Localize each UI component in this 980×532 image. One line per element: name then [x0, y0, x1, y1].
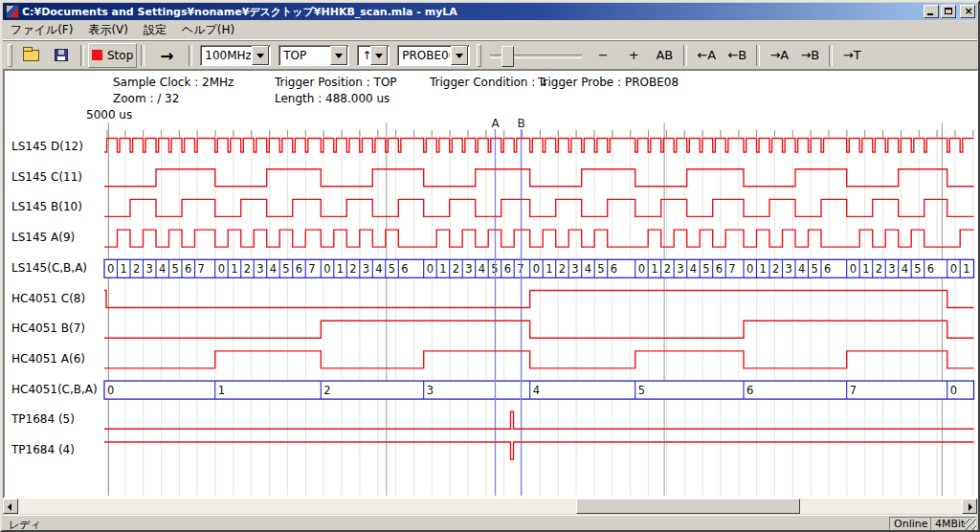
svg-text:6: 6	[185, 262, 191, 276]
svg-text:2: 2	[559, 262, 566, 276]
status-ready-text: レディ	[9, 518, 41, 532]
set-marker-b-button[interactable]: →B	[794, 43, 825, 68]
svg-text:4: 4	[798, 262, 805, 276]
status-online-badge: Online	[889, 517, 931, 532]
trigger-position-select[interactable]: TOP	[278, 45, 349, 66]
svg-text:1: 1	[862, 262, 869, 276]
svg-text:4: 4	[533, 384, 540, 397]
svg-text:2: 2	[133, 262, 140, 276]
svg-text:0: 0	[850, 262, 857, 276]
chevron-down-icon[interactable]	[252, 46, 269, 65]
svg-text:0: 0	[950, 262, 957, 276]
svg-text:7: 7	[308, 262, 315, 276]
svg-text:6: 6	[716, 262, 723, 276]
resize-grip[interactable]	[964, 519, 976, 531]
svg-text:0: 0	[638, 262, 645, 276]
triangle-left-icon	[8, 503, 11, 511]
svg-text:4: 4	[902, 262, 908, 276]
svg-text:7: 7	[850, 384, 857, 397]
menu-bar: ファイル(F) 表示(V) 設定 ヘルプ(H)	[3, 20, 977, 39]
chevron-down-icon[interactable]	[370, 46, 388, 65]
horizontal-scrollbar[interactable]	[3, 499, 977, 514]
svg-text:6: 6	[504, 262, 511, 276]
svg-text:1: 1	[337, 262, 344, 276]
svg-text:2: 2	[876, 262, 882, 276]
svg-text:1: 1	[546, 262, 552, 276]
svg-text:1: 1	[760, 262, 767, 276]
svg-text:3: 3	[571, 262, 578, 276]
svg-text:4: 4	[585, 262, 591, 276]
probe-select[interactable]: PROBE00	[397, 45, 470, 66]
svg-text:0: 0	[533, 262, 540, 276]
run-button[interactable]: →	[148, 43, 185, 68]
zoom-ab-button[interactable]: AB	[649, 43, 679, 68]
probe-select-value: PROBE00	[398, 49, 450, 62]
toolbar-separator	[829, 45, 833, 66]
scroll-left-button[interactable]	[3, 499, 18, 514]
toolbar-separator	[189, 45, 192, 66]
svg-text:4: 4	[270, 262, 277, 276]
svg-text:5: 5	[282, 262, 289, 276]
trigger-edge-select[interactable]: ↑	[357, 45, 390, 66]
svg-text:0: 0	[107, 384, 114, 397]
svg-text:1: 1	[231, 262, 237, 276]
svg-text:5: 5	[389, 262, 395, 276]
svg-text:6: 6	[927, 262, 934, 276]
svg-text:0: 0	[107, 262, 114, 276]
toolbar-grip[interactable]	[477, 44, 481, 67]
zoom-slider[interactable]	[490, 45, 582, 66]
svg-text:3: 3	[786, 262, 792, 276]
goto-trigger-button[interactable]: →T	[836, 43, 867, 68]
trigger-edge-value: ↑	[358, 49, 369, 62]
svg-text:2: 2	[323, 384, 330, 397]
toolbar-separator	[756, 45, 760, 66]
svg-text:3: 3	[256, 262, 263, 276]
maximize-button-icon[interactable]	[941, 5, 956, 18]
status-bar: レディ Online 4MBit	[3, 515, 977, 532]
window-title: C:¥Documents and Settings¥noname¥デスクトップ¥…	[22, 5, 922, 19]
minimize-button-icon[interactable]	[924, 5, 939, 18]
svg-text:5: 5	[172, 262, 179, 276]
svg-text:1: 1	[218, 384, 225, 397]
zoom-in-button[interactable]: +	[618, 43, 649, 68]
svg-text:1: 1	[439, 262, 446, 276]
chevron-down-icon[interactable]	[451, 46, 468, 65]
toolbar-separator	[683, 45, 687, 66]
svg-text:1: 1	[651, 262, 657, 276]
svg-text:4: 4	[159, 262, 166, 276]
clock-select[interactable]: 100MHz	[200, 45, 271, 66]
svg-text:3: 3	[677, 262, 683, 276]
close-button-icon[interactable]: ×	[960, 5, 975, 18]
run-arrow-icon: →	[160, 46, 173, 65]
scrollbar-thumb[interactable]	[576, 499, 800, 514]
menu-help[interactable]: ヘルプ(H)	[174, 20, 242, 40]
svg-text:6: 6	[401, 262, 408, 276]
svg-text:3: 3	[427, 384, 434, 397]
svg-text:1: 1	[121, 262, 127, 276]
svg-text:3: 3	[363, 262, 369, 276]
svg-text:0: 0	[950, 384, 957, 397]
svg-text:6: 6	[824, 262, 831, 276]
svg-text:2: 2	[664, 262, 671, 276]
goto-marker-b-button[interactable]: ←B	[722, 43, 752, 68]
scroll-right-button[interactable]	[962, 499, 977, 514]
set-marker-a-button[interactable]: →A	[764, 43, 794, 68]
svg-text:6: 6	[611, 262, 617, 276]
triangle-right-icon	[969, 503, 972, 511]
waveform-plot[interactable]: 0123456701234567012345601234567012345601…	[5, 71, 979, 499]
svg-text:2: 2	[349, 262, 356, 276]
trigger-position-value: TOP	[279, 49, 329, 62]
svg-text:5: 5	[914, 262, 921, 276]
menu-settings[interactable]: 設定	[136, 20, 174, 40]
svg-text:6: 6	[296, 262, 302, 276]
chevron-down-icon[interactable]	[330, 46, 347, 65]
svg-text:7: 7	[198, 262, 205, 276]
svg-text:0: 0	[218, 262, 225, 276]
svg-text:2: 2	[772, 262, 779, 276]
svg-text:5: 5	[702, 262, 709, 276]
goto-marker-a-button[interactable]: ←A	[691, 43, 722, 68]
zoom-out-button[interactable]: −	[588, 43, 618, 68]
zoom-slider-handle[interactable]	[501, 46, 514, 67]
svg-text:A: A	[491, 117, 500, 130]
svg-text:0: 0	[746, 262, 753, 276]
